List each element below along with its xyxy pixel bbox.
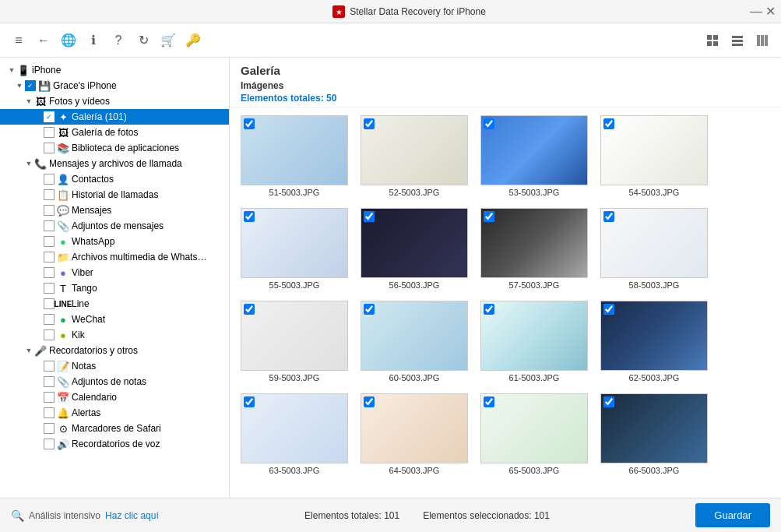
sidebar-item-viber[interactable]: ● Viber [0, 265, 229, 280]
gallery-thumbnail[interactable] [480, 208, 588, 278]
gallery-item-name: 65-5003.JPG [480, 466, 588, 475]
galeria-checkbox[interactable]: ✓ [44, 111, 55, 122]
sidebar-item-marcadores[interactable]: ⊙ Marcadores de Safari [0, 421, 229, 436]
gallery-item-checkbox[interactable] [244, 118, 255, 129]
list-view-button[interactable] [726, 30, 748, 51]
selected-elements: Elementos seleccionados: 101 [423, 510, 550, 521]
gallery-thumbnail[interactable] [361, 208, 468, 278]
gallery-thumbnail[interactable] [600, 208, 708, 278]
gallery-item-checkbox[interactable] [244, 396, 255, 407]
details-view-button[interactable] [751, 30, 773, 51]
alertas-checkbox[interactable] [44, 407, 55, 418]
info-icon[interactable]: ℹ [83, 30, 104, 51]
viber-checkbox[interactable] [44, 267, 55, 278]
wechat-checkbox[interactable] [44, 314, 55, 325]
notas-checkbox[interactable] [44, 361, 55, 372]
gallery-item-checkbox[interactable] [484, 396, 494, 407]
kik-checkbox[interactable] [44, 329, 55, 340]
gallery-thumbnail[interactable] [241, 115, 348, 185]
sidebar-item-device[interactable]: ▼ ✓ 💾 Grace's iPhone [0, 78, 229, 93]
sidebar-item-historial[interactable]: 📋 Historial de llamadas [0, 187, 229, 203]
gallery-item-checkbox[interactable] [364, 118, 375, 129]
sidebar-item-galeria-fotos[interactable]: 🖼 Galería de fotos [0, 125, 229, 140]
device-checkbox[interactable]: ✓ [25, 80, 36, 91]
gallery-item-checkbox[interactable] [364, 304, 375, 315]
gallery-item-checkbox[interactable] [484, 118, 494, 129]
help-icon[interactable]: ? [107, 30, 129, 51]
sidebar-item-galeria[interactable]: ✓ ✦ Galería (101) [0, 109, 229, 125]
sidebar-item-recordatorios-voz[interactable]: 🔊 Recordatorios de voz [0, 436, 229, 452]
sidebar-item-contactos[interactable]: 👤 Contactos [0, 171, 229, 187]
gallery-thumbnail[interactable] [600, 301, 708, 371]
gallery-item: 53-5003.JPG [480, 115, 589, 197]
marcadores-checkbox[interactable] [44, 423, 55, 434]
key-icon[interactable]: 🔑 [182, 30, 204, 51]
gallery-item-checkbox[interactable] [484, 211, 494, 222]
sidebar-item-notas[interactable]: 📝 Notas [0, 358, 229, 374]
gallery-thumbnail[interactable] [480, 393, 588, 463]
gallery-item-checkbox[interactable] [364, 396, 375, 407]
gallery-thumbnail[interactable] [361, 115, 468, 185]
sidebar-item-kik[interactable]: ● Kik [0, 327, 229, 343]
mensajes-checkbox[interactable] [44, 205, 55, 216]
gallery-thumbnail[interactable] [241, 393, 348, 463]
sidebar-item-whatsapp-media[interactable]: 📁 Archivos multimedia de Whats… [0, 249, 229, 265]
menu-icon[interactable]: ≡ [8, 30, 30, 51]
gallery-item-checkbox[interactable] [364, 211, 375, 222]
gallery-item-checkbox[interactable] [244, 304, 255, 315]
sidebar-item-adjuntos-notas[interactable]: 📎 Adjuntos de notas [0, 374, 229, 389]
sidebar-item-alertas[interactable]: 🔔 Alertas [0, 405, 229, 421]
biblioteca-checkbox[interactable] [44, 143, 55, 153]
save-button[interactable]: Guardar [695, 503, 770, 527]
back-icon[interactable]: ← [33, 30, 55, 51]
contactos-checkbox[interactable] [44, 174, 55, 185]
adjuntos-notas-checkbox[interactable] [44, 376, 55, 387]
total-elements: Elementos totales: 101 [304, 510, 399, 521]
recordatorios-voz-checkbox[interactable] [44, 439, 55, 449]
sidebar-item-recordatorios-section[interactable]: ▼ 🎤 Recordatorios y otros [0, 343, 229, 358]
gallery-scroll[interactable]: 51-5003.JPG52-5003.JPG53-5003.JPG54-5003… [230, 107, 781, 498]
line-checkbox[interactable] [44, 298, 55, 309]
gallery-thumbnail[interactable] [241, 301, 348, 371]
gallery-thumbnail[interactable] [480, 115, 588, 185]
gallery-item-checkbox[interactable] [603, 211, 614, 222]
sidebar-item-mensajes[interactable]: 💬 Mensajes [0, 203, 229, 218]
sidebar-item-iphone[interactable]: ▼ 📱 iPhone [0, 62, 229, 78]
globe-icon[interactable]: 🌐 [58, 30, 79, 51]
minimize-button[interactable]: — [750, 7, 759, 16]
sidebar-item-mensajes-section[interactable]: ▼ 📞 Mensajes y archivos de llamada [0, 156, 229, 171]
gallery-thumbnail[interactable] [600, 393, 708, 463]
sidebar-item-tango[interactable]: T Tango [0, 280, 229, 296]
gallery-item-checkbox[interactable] [484, 304, 494, 315]
sidebar-item-adjuntos-mensajes[interactable]: 📎 Adjuntos de mensajes [0, 218, 229, 234]
gallery-item: 51-5003.JPG [241, 115, 350, 197]
gallery-item-checkbox[interactable] [603, 304, 614, 315]
gallery-thumbnail[interactable] [600, 115, 708, 185]
sidebar-item-fotos-section[interactable]: ▼ 🖼 Fotos y vídeos [0, 93, 229, 109]
gallery-thumbnail[interactable] [480, 301, 588, 371]
adjuntos-mensajes-checkbox[interactable] [44, 220, 55, 231]
galeria-fotos-checkbox[interactable] [44, 127, 55, 138]
gallery-item-checkbox[interactable] [603, 118, 614, 129]
cart-icon[interactable]: 🛒 [157, 30, 179, 51]
grid-view-button[interactable] [702, 30, 723, 51]
whatsapp-media-checkbox[interactable] [44, 252, 55, 262]
sidebar-item-biblioteca[interactable]: 📚 Biblioteca de aplicaciones [0, 140, 229, 156]
gallery-thumbnail[interactable] [241, 208, 348, 278]
whatsapp-checkbox[interactable] [44, 236, 55, 247]
sidebar-item-calendario[interactable]: 📅 Calendario [0, 389, 229, 405]
gallery-item-checkbox[interactable] [603, 396, 614, 407]
analysis-link[interactable]: Haz clic aquí [105, 510, 159, 521]
sidebar-item-line[interactable]: LINE Line [0, 296, 229, 312]
close-button[interactable]: ✕ [765, 7, 775, 16]
calendario-checkbox[interactable] [44, 392, 55, 403]
sidebar-item-wechat[interactable]: ● WeChat [0, 312, 229, 327]
historial-checkbox[interactable] [44, 189, 55, 200]
gallery-thumbnail[interactable] [361, 393, 468, 463]
tango-checkbox[interactable] [44, 283, 55, 294]
content-header: Galería Imágenes Elementos totales: 50 [230, 58, 781, 107]
refresh-icon[interactable]: ↻ [132, 30, 154, 51]
gallery-item-checkbox[interactable] [244, 211, 255, 222]
sidebar-item-whatsapp[interactable]: ● WhatsApp [0, 234, 229, 249]
gallery-thumbnail[interactable] [361, 301, 468, 371]
